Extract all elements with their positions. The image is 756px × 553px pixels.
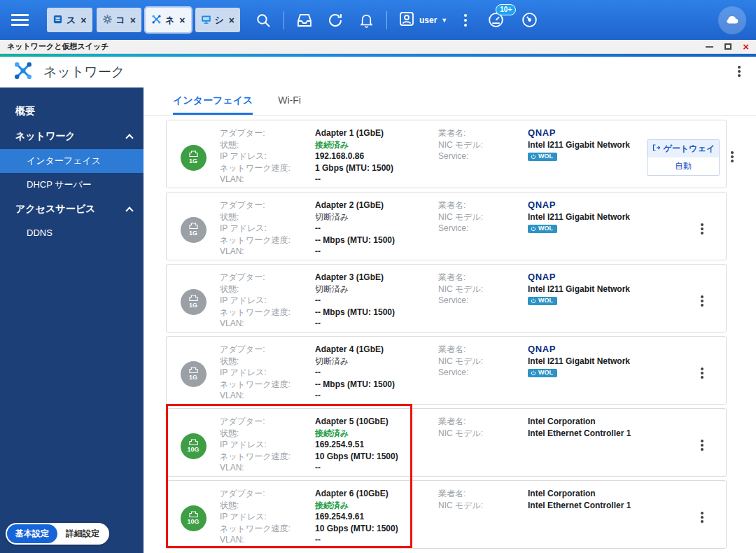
wol-badge: WOL (528, 225, 557, 234)
app-header: ネットワーク (0, 57, 756, 88)
adapter-speed: 10 Gbps (MTU: 1500) (315, 451, 438, 463)
adapter-name: Adapter 2 (1GbE) (315, 200, 438, 211)
adapter-disconnected-icon: 1G (181, 217, 206, 243)
vendor-name: Intel Corporation (528, 416, 647, 428)
adapter-ip: -- (315, 295, 438, 307)
tab-close-icon[interactable]: × (179, 15, 185, 25)
adapter-vlan: -- (315, 390, 438, 402)
resource-monitor-icon[interactable] (517, 8, 541, 32)
tab-label: ネ (165, 14, 174, 27)
basic-settings-button[interactable]: 基本設定 (7, 524, 57, 543)
content-tabbar: インターフェイス Wi-Fi (144, 88, 756, 115)
storage-app-icon (52, 14, 63, 27)
nic-model: Intel I211 Gigabit Network (528, 356, 640, 368)
tab-label: シ (215, 14, 224, 27)
adapter-menu-button[interactable] (701, 512, 705, 524)
adapter-menu-button[interactable] (701, 295, 705, 308)
adapter-connected-icon: 10G (181, 505, 206, 531)
adapter-speed: 1 Gbps (MTU: 1500) (315, 162, 438, 174)
adapter-name: Adapter 1 (1GbE) (315, 127, 438, 139)
notification-count-badge: 10+ (496, 4, 516, 15)
main-content: インターフェイス Wi-Fi 1G アダプター:状態:IP アドレス:ネットワー… (144, 88, 756, 553)
tab-close-icon[interactable]: × (80, 15, 86, 25)
taskbar-tab-system[interactable]: シ × (195, 8, 241, 32)
tab-close-icon[interactable]: × (229, 15, 234, 25)
adapter-card-2: 1G アダプター:状態:IP アドレス:ネットワーク速度:VLAN: Adapt… (166, 192, 727, 260)
notification-bell-icon[interactable] (354, 8, 378, 32)
adapter-speed: -- Mbps (MTU: 1500) (315, 307, 438, 318)
adapter-card-5: 10G アダプター:状態:IP アドレス:ネットワーク速度:VLAN: Adap… (166, 408, 727, 477)
vendor-labels: 業者名:NIC モデル: (438, 488, 528, 511)
gear-icon (102, 14, 113, 27)
sidebar-item-label: アクセスサービス (15, 203, 95, 216)
adapter-list: 1G アダプター:状態:IP アドレス:ネットワーク速度:VLAN: Adapt… (144, 115, 756, 552)
vendor-logo: QNAP (528, 272, 647, 284)
adapter-menu-button[interactable] (701, 368, 705, 380)
field-labels: アダプター:状態:IP アドレス:ネットワーク速度:VLAN: (220, 416, 315, 474)
advanced-settings-button[interactable]: 詳細設定 (57, 524, 108, 543)
taskbar-tab-control-panel[interactable]: コ × (97, 8, 142, 32)
sidebar-item-label: ネットワーク (15, 130, 76, 143)
tab-close-icon[interactable]: × (130, 15, 136, 25)
taskbar-tab-network[interactable]: ネ × (146, 8, 191, 32)
minimize-button[interactable] (706, 46, 713, 48)
wol-badge: WOL (528, 297, 557, 306)
gateway-button[interactable]: ゲートウェイ 自動 (647, 139, 720, 176)
main-menu-button[interactable] (11, 14, 29, 26)
search-icon[interactable] (251, 8, 275, 32)
window-titlebar: ネットワークと仮想スイッチ × (0, 40, 756, 54)
chevron-down-icon: ▼ (441, 17, 447, 24)
field-labels: アダプター:状態:IP アドレス:ネットワーク速度:VLAN: (220, 127, 315, 186)
vendor-labels: 業者名:NIC モデル:Service: (438, 272, 528, 307)
sidebar-group-network[interactable]: ネットワーク (0, 124, 144, 149)
nic-model: Intel I211 Gigabit Network (528, 284, 640, 295)
taskbar-tabs: ス × コ × ネ × シ × (47, 8, 240, 32)
adapter-name: Adapter 6 (10GbE) (315, 488, 438, 500)
taskbar-divider (386, 11, 387, 29)
adapter-status: 切断済み (315, 211, 438, 223)
field-labels: アダプター:状態:IP アドレス:ネットワーク速度:VLAN: (220, 200, 315, 258)
more-options-icon[interactable] (738, 66, 742, 78)
adapter-menu-button[interactable] (731, 151, 735, 164)
adapter-name: Adapter 4 (1GbE) (315, 344, 438, 356)
dashboard-icon[interactable]: 10+ (484, 8, 507, 32)
sidebar-item-ddns[interactable]: DDNS (0, 222, 144, 244)
myqnapcloud-icon[interactable] (718, 6, 746, 34)
adapter-card-1: 1G アダプター:状態:IP アドレス:ネットワーク速度:VLAN: Adapt… (166, 120, 727, 188)
more-options-icon[interactable] (454, 8, 478, 32)
sidebar-item-overview[interactable]: 概要 (0, 99, 144, 124)
sidebar-group-access-services[interactable]: アクセスサービス (0, 197, 144, 222)
adapter-menu-button[interactable] (701, 440, 705, 452)
vendor-labels: 業者名:NIC モデル:Service: (438, 344, 528, 379)
sidebar-item-dhcp-server[interactable]: DHCP サーバー (0, 173, 144, 197)
user-menu-button[interactable]: user ▼ (396, 10, 450, 29)
vendor-labels: 業者名:NIC モデル:Service: (438, 127, 528, 162)
tab-interfaces[interactable]: インターフェイス (173, 94, 253, 115)
adapter-ip: 169.254.9.51 (315, 439, 438, 451)
refresh-icon[interactable] (323, 8, 347, 32)
sidebar-item-label: DDNS (27, 227, 52, 238)
adapter-card-3: 1G アダプター:状態:IP アドレス:ネットワーク速度:VLAN: Adapt… (166, 264, 727, 332)
tab-label: コ (116, 14, 125, 27)
adapter-status: 切断済み (315, 356, 438, 368)
sidebar-item-interfaces[interactable]: インターフェイス (0, 149, 144, 173)
network-app-icon (13, 60, 34, 84)
adapter-connected-icon: 1G (181, 145, 206, 171)
settings-mode-toggle: 基本設定 詳細設定 (6, 523, 109, 545)
gateway-icon (652, 144, 661, 154)
taskbar-divider (284, 11, 284, 29)
sidebar-item-label: インターフェイス (27, 155, 101, 166)
maximize-button[interactable] (724, 43, 732, 50)
vendor-labels: 業者名:NIC モデル: (438, 416, 528, 439)
vendor-name: Intel Corporation (528, 488, 647, 500)
taskbar-tab-storage[interactable]: ス × (47, 8, 92, 32)
background-tasks-icon[interactable] (293, 8, 316, 32)
close-button[interactable]: × (743, 41, 749, 52)
sidebar-item-label: DHCP サーバー (27, 179, 92, 190)
adapter-menu-button[interactable] (701, 223, 705, 236)
tab-wifi[interactable]: Wi-Fi (278, 94, 301, 115)
nic-model: Intel Ethernet Controller 1 (528, 500, 640, 512)
vendor-labels: 業者名:NIC モデル:Service: (438, 200, 528, 234)
adapter-disconnected-icon: 1G (181, 361, 206, 387)
page-title: ネットワーク (43, 63, 125, 81)
